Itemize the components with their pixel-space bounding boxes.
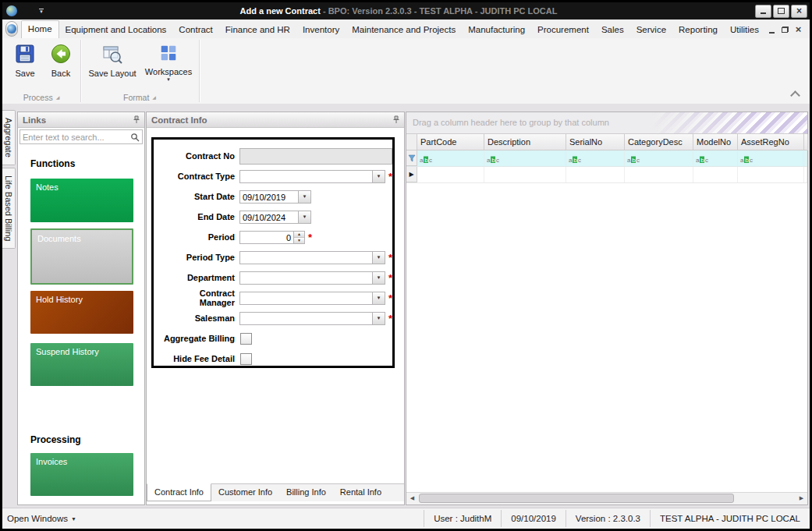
invoices-button[interactable]: Invoices [30, 453, 133, 496]
documents-button[interactable]: Documents [30, 228, 133, 285]
group-launcher-icon[interactable]: ◢ [152, 94, 156, 100]
collapse-ribbon-icon[interactable] [790, 90, 800, 101]
contract-manager-combo[interactable]: ▼ [239, 292, 385, 305]
tab-inventory[interactable]: Inventory [296, 22, 346, 38]
side-tab-life-based-billing[interactable]: Life Based Billing [2, 168, 16, 249]
tab-manufacturing[interactable]: Manufacturing [462, 22, 531, 38]
suspend-history-button[interactable]: Suspend History [30, 343, 133, 386]
period-spinner[interactable]: 0 ▲▼ [239, 231, 305, 244]
salesman-row: Salesman ▼ * [154, 308, 392, 328]
department-combo[interactable]: ▼ [239, 271, 385, 285]
app-icon[interactable] [6, 5, 17, 16]
period-type-combo[interactable]: ▼ [239, 251, 385, 264]
chevron-down-icon[interactable]: ▼ [372, 292, 385, 304]
scrollbar-thumb[interactable] [419, 494, 734, 503]
back-button[interactable]: Back [44, 43, 77, 78]
back-arrow-icon [50, 43, 72, 66]
tab-service[interactable]: Service [630, 22, 672, 38]
spin-down-icon[interactable]: ▼ [294, 238, 304, 243]
close-button[interactable]: × [791, 5, 807, 18]
search-input[interactable] [20, 133, 130, 142]
column-header-modelno[interactable]: ModelNo [693, 134, 738, 150]
filter-cell-modelno[interactable]: abc [693, 150, 738, 166]
chevron-down-icon[interactable]: ▼ [372, 252, 385, 264]
column-header-assetregno[interactable]: AssetRegNo [738, 134, 804, 150]
scroll-left-icon[interactable]: ◀ [406, 493, 418, 504]
column-header-partcode[interactable]: PartCode [417, 134, 484, 150]
hide-fee-detail-checkbox[interactable] [240, 353, 252, 365]
scroll-right-icon[interactable]: ▶ [796, 493, 807, 504]
grid-empty-row[interactable]: ▶ [406, 167, 807, 183]
column-header-categorydesc[interactable]: CategoryDesc [625, 134, 693, 150]
salesman-combo[interactable]: ▼ [239, 312, 385, 325]
chevron-down-icon: ▼ [71, 516, 76, 522]
end-date-row: End Date 09/10/2024▼ [154, 207, 392, 227]
column-header-serialno[interactable]: SerialNo [566, 134, 625, 150]
tab-rental-info[interactable]: Rental Info [333, 484, 388, 501]
contract-info-panel: Contract Info Contract No Contract Type … [146, 112, 405, 505]
status-version: Version : 2.3.0.3 [566, 510, 650, 527]
auto-filter-row: abc abc abc abc abc abc [406, 150, 807, 167]
mdi-close-button[interactable]: × [792, 24, 805, 35]
tab-billing-info[interactable]: Billing Info [279, 484, 333, 501]
ribbon-group-process: Process◢ [2, 91, 80, 103]
svg-text:b: b [700, 157, 704, 164]
tab-finance-and-hr[interactable]: Finance and HR [219, 22, 296, 38]
mdi-restore-button[interactable] [778, 24, 792, 35]
group-by-hint: Drag a column header here to group by th… [406, 112, 807, 133]
mdi-minimize-button[interactable] [765, 24, 778, 35]
save-button[interactable]: Save [9, 43, 41, 78]
tab-contract[interactable]: Contract [172, 22, 218, 38]
start-date-picker[interactable]: 09/10/2019▼ [239, 190, 311, 204]
contract-manager-row: Contract Manager ▼ * [154, 288, 392, 308]
filter-cell-assetregno[interactable]: abc [738, 150, 804, 166]
group-launcher-icon[interactable]: ◢ [56, 94, 60, 100]
filter-cell-partcode[interactable]: abc [417, 150, 484, 166]
pin-icon[interactable] [392, 115, 400, 124]
chevron-down-icon[interactable]: ▼ [372, 272, 385, 284]
search-icon[interactable] [130, 133, 140, 142]
end-date-picker[interactable]: 09/10/2024▼ [239, 211, 311, 224]
column-header-description[interactable]: Description [484, 134, 566, 150]
chevron-down-icon[interactable]: ▼ [298, 211, 310, 223]
notes-button[interactable]: Notes [30, 179, 133, 222]
links-panel-header: Links [18, 112, 144, 128]
filter-cell-description[interactable]: abc [484, 150, 566, 166]
tab-contract-info[interactable]: Contract Info [147, 483, 211, 501]
open-windows-button[interactable]: Open Windows▼ [2, 514, 424, 523]
filter-cell-serialno[interactable]: abc [566, 150, 625, 166]
chevron-down-icon[interactable]: ▼ [372, 171, 385, 182]
aggregate-billing-row: Aggregate Billing [154, 328, 392, 349]
tab-sales[interactable]: Sales [595, 22, 630, 38]
contract-type-combo[interactable]: ▼ [239, 170, 385, 183]
required-marker: * [388, 171, 392, 182]
spin-up-icon[interactable]: ▲ [294, 232, 304, 238]
layout-magnifier-icon [101, 43, 123, 66]
filter-cell-categorydesc[interactable]: abc [625, 150, 693, 166]
contract-type-row: Contract Type ▼ * [154, 166, 392, 186]
chevron-down-icon[interactable]: ▼ [372, 313, 385, 324]
tab-procurement[interactable]: Procurement [531, 22, 595, 38]
column-header-filler [804, 134, 808, 150]
side-tab-aggregate[interactable]: Aggregate [2, 110, 16, 165]
tab-maintenance-and-projects[interactable]: Maintenance and Projects [346, 22, 462, 38]
application-button[interactable] [5, 21, 18, 37]
pin-icon[interactable] [133, 115, 140, 124]
save-layout-button[interactable]: Save Layout [87, 43, 138, 78]
tab-reporting[interactable]: Reporting [672, 22, 724, 38]
minimize-button[interactable] [755, 5, 771, 18]
aggregate-billing-checkbox[interactable] [240, 333, 252, 345]
contract-panel-header: Contract Info [147, 112, 404, 128]
svg-text:b: b [424, 157, 428, 164]
hold-history-button[interactable]: Hold History [30, 291, 133, 334]
tab-home[interactable]: Home [21, 20, 59, 38]
maximize-button[interactable] [773, 5, 789, 18]
workspaces-button[interactable]: Workspaces ▼ [143, 43, 194, 82]
tab-equipment-and-locations[interactable]: Equipment and Locations [59, 22, 173, 38]
tab-utilities[interactable]: Utilities [724, 22, 765, 38]
tab-customer-info[interactable]: Customer Info [211, 484, 279, 501]
chevron-down-icon[interactable]: ▼ [298, 191, 310, 203]
svg-text:c: c [750, 157, 753, 164]
horizontal-scrollbar[interactable]: ◀ ▶ [406, 492, 807, 504]
svg-text:c: c [429, 157, 432, 164]
